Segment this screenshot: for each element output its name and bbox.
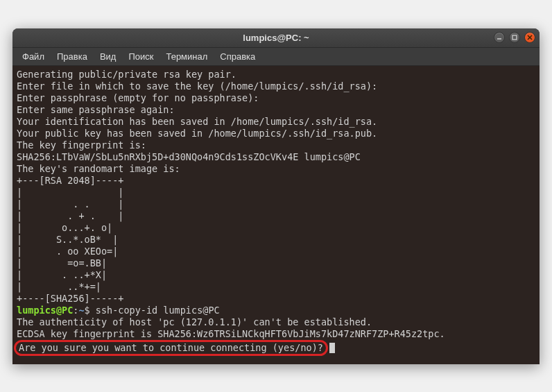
randomart-line: | =o=.BB|: [17, 257, 107, 269]
randomart-line: +----[SHA256]-----+: [17, 293, 123, 304]
randomart-line: | o...+. o|: [17, 222, 112, 233]
prompt-user: lumpics@PC: [17, 305, 73, 316]
terminal-body[interactable]: Generating public/private rsa key pair. …: [12, 66, 540, 364]
close-button[interactable]: [524, 32, 535, 43]
output-line: The authenticity of host 'pc (127.0.1.1)…: [17, 316, 372, 327]
window-title: lumpics@PC: ~: [12, 33, 540, 43]
menu-file[interactable]: Файл: [17, 49, 50, 64]
randomart-line: +---[RSA 2048]----+: [17, 175, 123, 186]
highlight-annotation: Are you sure you want to continue connec…: [14, 340, 328, 356]
output-line: SHA256:LTbVaW/SbLu5nRXbj5D+d30NQo4n9Cds1…: [17, 151, 361, 162]
output-line: Enter same passphrase again:: [17, 104, 175, 115]
output-line: The key's randomart image is:: [17, 163, 180, 174]
prompt-path: ~: [78, 305, 84, 316]
menu-terminal[interactable]: Терминал: [160, 49, 213, 64]
randomart-line: | . oo XEOo=|: [17, 246, 118, 257]
output-line: Your public key has been saved in /home/…: [17, 128, 377, 139]
randomart-line: | S..*.oB* |: [17, 234, 118, 245]
menu-help[interactable]: Справка: [214, 49, 261, 64]
randomart-line: | ..*+=|: [17, 281, 101, 292]
menu-view[interactable]: Вид: [94, 49, 122, 64]
menu-edit[interactable]: Правка: [51, 49, 93, 64]
output-line: The key fingerprint is:: [17, 139, 146, 151]
window-controls: [494, 32, 535, 43]
svg-rect-1: [512, 35, 517, 40]
output-line: ECDSA key fingerprint is SHA256:Wz6TRSiL…: [17, 328, 445, 339]
randomart-line: | . . |: [17, 198, 123, 210]
output-line: Generating public/private rsa key pair.: [17, 69, 236, 80]
cursor: [329, 343, 335, 353]
prompt-dollar: $: [85, 305, 96, 316]
minimize-button[interactable]: [494, 32, 505, 43]
randomart-line: | |: [17, 187, 123, 198]
command-text: ssh-copy-id lumpics@PC: [96, 305, 220, 316]
menubar: Файл Правка Вид Поиск Терминал Справка: [12, 48, 540, 66]
confirm-prompt: Are you sure you want to continue connec…: [19, 342, 323, 353]
randomart-line: | . + . |: [17, 210, 123, 221]
output-line: Your identification has been saved in /h…: [17, 116, 377, 127]
menu-search[interactable]: Поиск: [123, 49, 159, 64]
maximize-button[interactable]: [509, 32, 520, 43]
output-line: Enter file in which to save the key (/ho…: [17, 80, 377, 92]
titlebar[interactable]: lumpics@PC: ~: [12, 28, 540, 48]
terminal-window: lumpics@PC: ~ Файл Правка Вид Поиск Терм…: [12, 28, 540, 364]
output-line: Enter passphrase (empty for no passphras…: [17, 92, 259, 103]
randomart-line: | . ..+*X|: [17, 269, 107, 280]
